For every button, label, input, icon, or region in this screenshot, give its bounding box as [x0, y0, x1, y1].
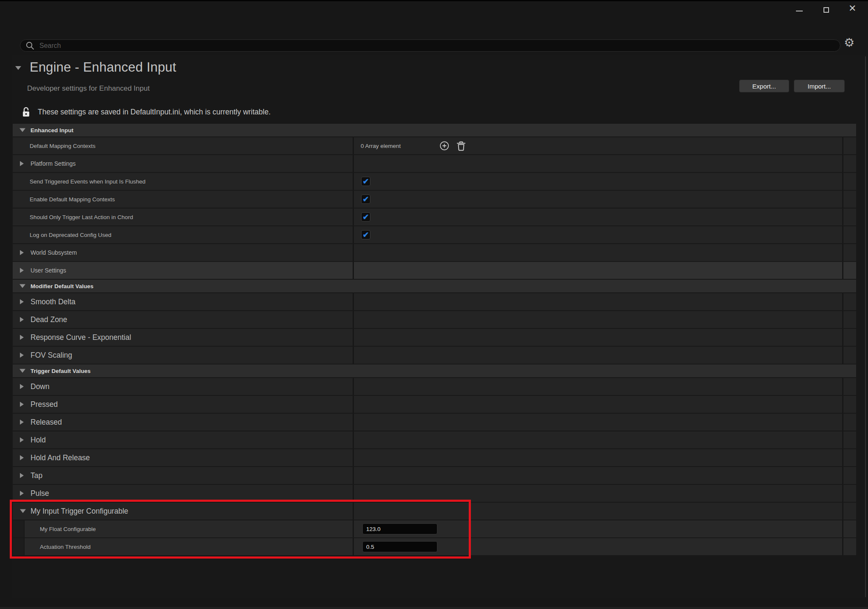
unlocked-padlock-icon [22, 106, 32, 118]
settings-search-bar[interactable] [20, 39, 840, 52]
row-tap[interactable]: Tap [13, 467, 856, 484]
row-hold-and-release[interactable]: Hold And Release [13, 449, 856, 466]
row-label: Hold [31, 436, 46, 445]
section-trigger-default-values[interactable]: Trigger Default Values [13, 364, 856, 377]
row-dead-zone[interactable]: Dead Zone [13, 311, 856, 328]
row-default-mapping-contexts[interactable]: Default Mapping Contexts 0 Array element [13, 137, 856, 154]
row-label: Tap [31, 471, 42, 480]
checkbox-checked[interactable] [361, 212, 370, 222]
row-my-float-configurable[interactable]: My Float Configurable [13, 520, 856, 537]
search-icon [25, 41, 35, 51]
checkbox-checked[interactable] [361, 177, 370, 186]
chevron-down-icon [20, 509, 26, 513]
minimize-button[interactable] [796, 11, 803, 11]
chevron-right-icon [20, 437, 24, 442]
row-label: Released [31, 418, 62, 427]
section-enhanced-input[interactable]: Enhanced Input [13, 124, 856, 136]
section-label: Enhanced Input [31, 127, 73, 133]
settings-gear-icon[interactable] [844, 37, 854, 49]
row-actuation-threshold[interactable]: Actuation Threshold [13, 538, 856, 555]
chevron-down-icon [19, 284, 25, 288]
row-label: Pressed [31, 400, 58, 409]
chevron-right-icon [20, 402, 24, 407]
page-title: Engine - Enhanced Input [30, 60, 176, 75]
row-pressed[interactable]: Pressed [13, 396, 856, 413]
row-released[interactable]: Released [13, 414, 856, 431]
chevron-down-icon [19, 369, 25, 373]
checkbox-checked[interactable] [361, 195, 370, 204]
row-pulse[interactable]: Pulse [13, 485, 856, 502]
row-user-settings[interactable]: User Settings [13, 262, 856, 279]
row-label: My Float Configurable [40, 526, 96, 532]
chevron-right-icon [20, 250, 24, 255]
chevron-right-icon [20, 161, 24, 166]
window-bottom-edge [0, 607, 868, 609]
chevron-right-icon [20, 353, 24, 358]
import-button[interactable]: Import... [794, 80, 845, 92]
chevron-right-icon [20, 268, 24, 273]
add-array-element-icon[interactable] [439, 141, 450, 151]
row-response-curve-exponential[interactable]: Response Curve - Exponential [13, 329, 856, 346]
row-label: User Settings [31, 267, 66, 274]
config-file-note: These settings are saved in DefaultInput… [38, 108, 271, 117]
chevron-down-icon [19, 128, 25, 132]
row-enable-default-mapping-contexts[interactable]: Enable Default Mapping Contexts [13, 191, 856, 208]
row-label: Should Only Trigger Last Action in Chord [30, 214, 133, 220]
my-float-configurable-input[interactable] [362, 523, 437, 534]
chevron-right-icon [20, 384, 24, 389]
close-button[interactable] [849, 4, 856, 13]
row-label: Pulse [31, 489, 49, 498]
row-fov-scaling[interactable]: FOV Scaling [13, 347, 856, 364]
chevron-down-icon[interactable] [15, 66, 21, 70]
export-button[interactable]: Export... [739, 80, 789, 92]
indent-cell [13, 538, 25, 555]
row-hold[interactable]: Hold [13, 431, 856, 448]
chevron-right-icon [20, 335, 24, 340]
row-label: Platform Settings [31, 160, 76, 167]
settings-table: Enhanced Input Default Mapping Contexts … [13, 124, 856, 556]
checkbox-checked[interactable] [361, 230, 370, 239]
panel-scrollbar[interactable] [865, 56, 866, 597]
section-modifier-default-values[interactable]: Modifier Default Values [13, 280, 856, 292]
row-label: Default Mapping Contexts [30, 143, 95, 149]
clear-array-trash-icon[interactable] [456, 140, 466, 151]
row-label: Send Triggered Events when Input Is Flus… [30, 178, 145, 185]
row-label: Actuation Threshold [40, 544, 91, 550]
actuation-threshold-input[interactable] [362, 541, 437, 552]
section-label: Trigger Default Values [31, 368, 91, 374]
row-platform-settings[interactable]: Platform Settings [13, 155, 856, 172]
row-log-on-deprecated-config[interactable]: Log on Deprecated Config Used [13, 226, 856, 243]
array-count-text: 0 Array element [361, 143, 401, 149]
chevron-right-icon [20, 299, 24, 304]
maximize-button[interactable] [823, 7, 829, 13]
page-subtitle: Developer settings for Enhanced Input [27, 84, 150, 93]
row-label: Response Curve - Exponential [31, 333, 131, 342]
row-send-triggered-events[interactable]: Send Triggered Events when Input Is Flus… [13, 173, 856, 190]
project-settings-window: Engine - Enhanced Input Developer settin… [0, 0, 868, 609]
section-label: Modifier Default Values [31, 283, 94, 289]
row-label: FOV Scaling [31, 351, 72, 360]
row-label: Smooth Delta [31, 298, 75, 306]
row-smooth-delta[interactable]: Smooth Delta [13, 293, 856, 310]
search-input[interactable] [35, 42, 840, 50]
chevron-right-icon [20, 473, 24, 478]
row-world-subsystem[interactable]: World Subsystem [13, 244, 856, 261]
indent-cell [13, 520, 25, 537]
row-label: Dead Zone [31, 315, 67, 324]
row-label: My Input Trigger Configurable [31, 507, 128, 516]
row-label: Down [31, 382, 50, 391]
row-label: Enable Default Mapping Contexts [30, 196, 115, 203]
chevron-right-icon [20, 317, 24, 322]
chevron-right-icon [20, 455, 24, 460]
row-label: Hold And Release [31, 453, 90, 462]
row-label: Log on Deprecated Config Used [30, 232, 111, 238]
row-down[interactable]: Down [13, 378, 856, 395]
chevron-right-icon [20, 420, 24, 425]
chevron-right-icon [20, 491, 24, 496]
row-should-only-trigger-last-action[interactable]: Should Only Trigger Last Action in Chord [13, 209, 856, 225]
row-label: World Subsystem [31, 249, 77, 256]
row-my-input-trigger-configurable[interactable]: My Input Trigger Configurable [13, 503, 856, 520]
